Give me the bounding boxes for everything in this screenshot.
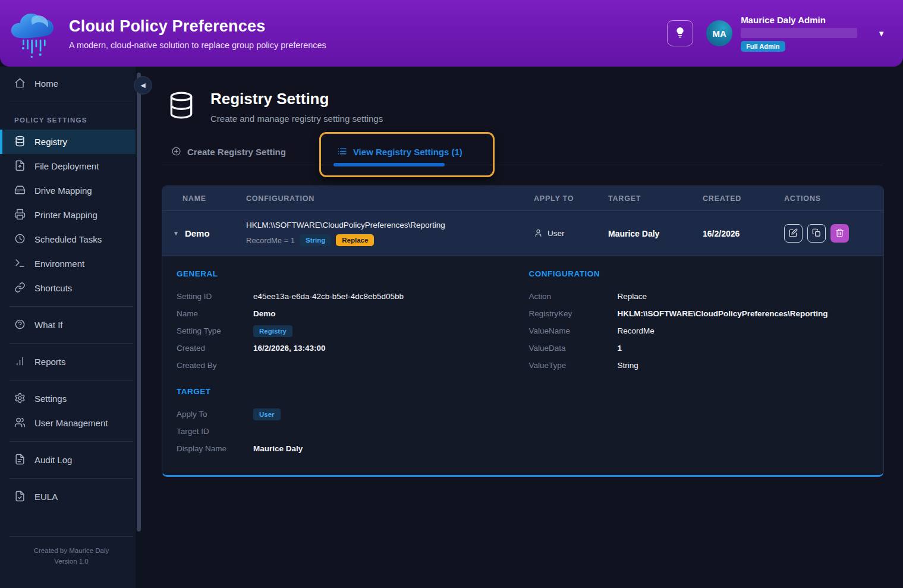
value-data-label: ValueData xyxy=(529,344,618,353)
sidebar-item-label: Reports xyxy=(34,357,66,367)
target-id-label: Target ID xyxy=(177,427,253,436)
sidebar-section-label: POLICY SETTINGS xyxy=(0,108,143,130)
sidebar: Home POLICY SETTINGS Registry File Deplo… xyxy=(0,67,143,588)
column-header-created: CREATED xyxy=(700,194,781,203)
edit-button[interactable] xyxy=(784,224,803,243)
row-registry-key: HKLM:\\SOFTWARE\CloudPolicyPreferences\R… xyxy=(246,221,531,229)
general-section-heading: GENERAL xyxy=(177,269,523,278)
sidebar-item-drive-mapping[interactable]: Drive Mapping xyxy=(0,178,143,203)
list-icon xyxy=(337,146,347,158)
sidebar-item-settings[interactable]: Settings xyxy=(0,386,143,411)
display-name-label: Display Name xyxy=(177,444,253,453)
sidebar-item-file-deployment[interactable]: File Deployment xyxy=(0,154,143,178)
sidebar-item-label: Scheduled Tasks xyxy=(34,234,102,244)
sidebar-item-environment[interactable]: Environment xyxy=(0,251,143,276)
sidebar-item-label: Drive Mapping xyxy=(34,185,92,196)
name-label: Name xyxy=(177,309,253,318)
bar-chart-icon xyxy=(14,356,26,369)
sidebar-scrollbar-thumb[interactable] xyxy=(137,73,141,532)
avatar-initials: MA xyxy=(712,29,726,39)
sidebar-item-eula[interactable]: EULA xyxy=(0,485,143,509)
chevron-down-icon[interactable]: ▼ xyxy=(877,29,885,38)
sidebar-item-audit-log[interactable]: Audit Log xyxy=(0,448,143,472)
user-menu[interactable]: MA Maurice Daly Admin Full Admin ▼ xyxy=(706,15,885,52)
apply-to-badge: User xyxy=(253,408,281,420)
setting-type-badge: Registry xyxy=(253,325,292,337)
sidebar-item-user-management[interactable]: User Management xyxy=(0,411,143,435)
terminal-icon xyxy=(14,257,26,271)
printer-icon xyxy=(14,209,26,222)
row-created: 16/2/2026 xyxy=(700,229,781,238)
action-label: Action xyxy=(529,292,618,301)
tab-create-registry-setting[interactable]: Create Registry Setting xyxy=(171,146,286,158)
sidebar-item-label: Audit Log xyxy=(34,455,72,465)
tab-label: Create Registry Setting xyxy=(187,147,286,157)
setting-id-value: e45ee13a-e6da-42cb-b5ef-4dc8eb5d05bb xyxy=(253,292,523,301)
column-header-name: NAME xyxy=(162,194,243,203)
divider xyxy=(10,536,133,537)
theme-toggle-button[interactable] xyxy=(667,20,693,46)
divider xyxy=(10,441,133,442)
column-header-configuration: CONFIGURATION xyxy=(243,194,531,203)
trash-icon xyxy=(835,228,844,239)
page-title: Registry Setting xyxy=(210,90,383,108)
sidebar-item-what-if[interactable]: What If xyxy=(0,313,143,337)
setting-id-label: Setting ID xyxy=(177,292,253,301)
value-name-value: RecordMe xyxy=(618,326,884,335)
sidebar-scrollbar-track[interactable] xyxy=(136,67,143,588)
sidebar-item-label: Home xyxy=(34,78,58,89)
column-header-target: TARGET xyxy=(605,194,700,203)
registry-settings-table-card: NAME CONFIGURATION APPLY TO TARGET CREAT… xyxy=(162,185,884,477)
sidebar-footer-version: Version 1.0 xyxy=(0,556,143,567)
home-icon xyxy=(14,77,26,90)
table-header: NAME CONFIGURATION APPLY TO TARGET CREAT… xyxy=(162,186,883,211)
file-text-icon xyxy=(14,454,26,467)
sidebar-item-label: User Management xyxy=(34,418,108,428)
users-icon xyxy=(14,417,26,430)
registry-key-value: HKLM:\\SOFTWARE\CloudPolicyPreferences\R… xyxy=(618,309,884,318)
row-apply-to: User xyxy=(548,229,565,238)
setting-type-label: Setting Type xyxy=(177,326,253,335)
column-header-actions: ACTIONS xyxy=(781,194,883,203)
user-name: Maurice Daly Admin xyxy=(741,15,866,25)
sidebar-collapse-button[interactable]: ◀ xyxy=(134,76,152,95)
sidebar-item-registry[interactable]: Registry xyxy=(0,130,143,154)
table-row: ▼ Demo HKLM:\\SOFTWARE\CloudPolicyPrefer… xyxy=(162,211,883,256)
sidebar-item-home[interactable]: Home xyxy=(0,71,143,96)
database-icon xyxy=(14,136,26,149)
registry-page-icon xyxy=(166,89,196,124)
name-value: Demo xyxy=(253,309,523,318)
divider xyxy=(10,343,133,344)
sidebar-item-printer-mapping[interactable]: Printer Mapping xyxy=(0,203,143,227)
created-label: Created xyxy=(177,344,253,353)
apply-to-label: Apply To xyxy=(177,410,253,419)
sidebar-item-label: What If xyxy=(34,320,63,330)
sidebar-item-label: Settings xyxy=(34,394,67,404)
value-type-value: String xyxy=(618,361,884,370)
row-config-value: RecordMe = 1 xyxy=(246,236,295,245)
divider xyxy=(10,478,133,479)
hard-drive-icon xyxy=(14,184,26,197)
target-section-heading: TARGET xyxy=(177,387,523,396)
row-name: Demo xyxy=(185,228,210,238)
active-tab-underline xyxy=(333,163,445,166)
row-expand-caret-icon[interactable]: ▼ xyxy=(173,230,179,237)
sidebar-item-reports[interactable]: Reports xyxy=(0,350,143,374)
app-header: Cloud Policy Preferences A modern, cloud… xyxy=(0,0,903,67)
sidebar-item-scheduled-tasks[interactable]: Scheduled Tasks xyxy=(0,227,143,251)
tab-label: View Registry Settings (1) xyxy=(353,147,462,157)
sidebar-footer-credit: Created by Maurice Daly xyxy=(0,545,143,556)
action-value: Replace xyxy=(618,292,884,301)
circle-plus-icon xyxy=(171,146,181,158)
delete-button[interactable] xyxy=(830,224,849,243)
copy-button[interactable] xyxy=(807,224,826,243)
chevron-left-icon: ◀ xyxy=(140,81,145,89)
row-detail-panel: GENERAL Setting IDe45ee13a-e6da-42cb-b5e… xyxy=(162,256,883,475)
action-badge: Replace xyxy=(336,234,374,246)
tab-view-registry-settings[interactable]: View Registry Settings (1) xyxy=(320,139,479,165)
file-check-icon xyxy=(14,490,26,504)
row-target: Maurice Daly xyxy=(605,229,700,238)
sidebar-item-shortcuts[interactable]: Shortcuts xyxy=(0,276,143,300)
divider xyxy=(10,306,133,307)
column-header-apply-to: APPLY TO xyxy=(531,194,605,203)
